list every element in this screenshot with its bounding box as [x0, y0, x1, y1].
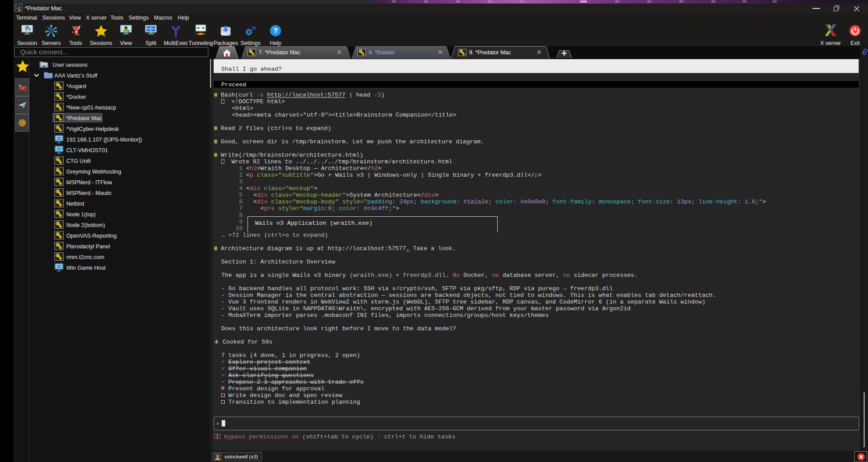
svg-text:?: ?	[273, 27, 278, 35]
svg-text:>_: >_	[16, 5, 19, 8]
